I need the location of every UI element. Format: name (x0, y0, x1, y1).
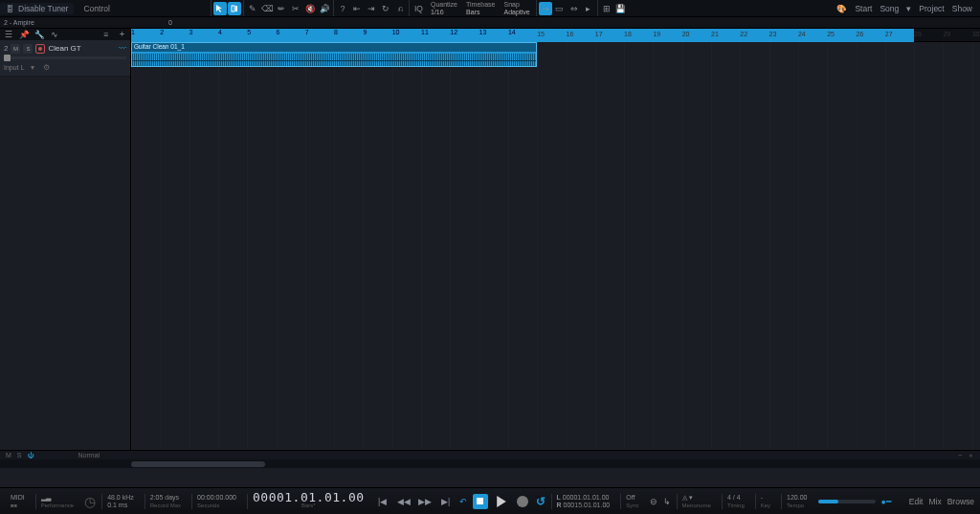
nav-project[interactable]: Project (919, 4, 944, 13)
gear-icon[interactable]: ⚙ (43, 63, 50, 72)
preroll-icon[interactable]: ↶ (459, 497, 467, 506)
precount-icon[interactable]: ⊖ (650, 497, 657, 506)
metronome-icon[interactable]: ◬ ▾ (682, 494, 711, 502)
track-header[interactable]: 2 M S Clean GT 〰 Input L ▾ ⚙ (0, 40, 130, 77)
arrange-grid (131, 42, 980, 450)
eraser-tool[interactable]: ⌫ (260, 2, 274, 15)
time-signature[interactable]: 4 / 4 (727, 494, 745, 502)
snap-dropdown[interactable]: Snap Adaptive (501, 1, 534, 16)
record-arm-button[interactable] (35, 44, 45, 54)
tool-group-layout: ⊞ 💾 (597, 0, 630, 16)
range-tool[interactable] (228, 2, 241, 15)
automation-icon[interactable]: ∿ (50, 30, 59, 39)
power-icon[interactable]: ⏻ (28, 452, 34, 458)
forward-end-button[interactable]: ▶| (438, 494, 454, 509)
arrange-view[interactable]: 1234567891011121314151617181920212223242… (131, 29, 980, 450)
horizontal-scrollbar[interactable] (0, 459, 980, 468)
layout-icon[interactable]: ⊞ (600, 2, 613, 15)
dim-toggle[interactable]: ●━ (881, 497, 891, 506)
iq-label[interactable]: IQ (412, 4, 426, 13)
chevron-down-icon[interactable]: ▾ (906, 4, 911, 13)
solo-button[interactable]: S (23, 44, 33, 54)
timeline-ruler[interactable]: 1234567891011121314151617181920212223242… (131, 29, 980, 42)
scrollbar-thumb[interactable] (131, 461, 265, 467)
midi-label[interactable]: MIDI (11, 494, 25, 502)
rewind-start-button[interactable]: |◀ (375, 494, 390, 509)
record-button[interactable] (515, 494, 530, 509)
volume-slider[interactable] (4, 56, 126, 59)
perf-meter[interactable]: ▂▃ (41, 494, 74, 502)
arrow-tool[interactable] (213, 2, 227, 15)
master-solo[interactable]: S (17, 452, 22, 458)
zoom-out-icon[interactable]: − (958, 452, 962, 458)
timebase-dropdown[interactable]: Timebase Bars (462, 1, 499, 16)
svg-rect-1 (235, 6, 237, 11)
master-mute[interactable]: M (6, 452, 11, 458)
tempo-value[interactable]: 120.00 (787, 494, 807, 502)
key-value[interactable]: - (761, 494, 770, 502)
ripple2-icon[interactable]: ⇔ (568, 2, 581, 15)
info-tool[interactable]: ? (336, 2, 349, 15)
clip-name: Guitar Clean 01_1 (132, 43, 536, 52)
loop-left[interactable]: 00001.01.01.00 (563, 494, 610, 501)
save-icon[interactable]: 💾 (614, 2, 628, 15)
zoom-in-icon[interactable]: ＋ (968, 451, 974, 460)
ruler-tick: 19 (653, 31, 660, 37)
track-input[interactable]: Input L (4, 64, 24, 71)
collapse-icon[interactable]: ≡ (101, 30, 111, 39)
draw-tool[interactable]: ✎ (246, 2, 259, 15)
loop-nav-icon[interactable]: ↻ (379, 2, 392, 15)
ruler-tick: 28 (914, 31, 922, 37)
action-name[interactable]: 🎛 Disable Tuner (0, 3, 74, 14)
pin-icon[interactable]: 📌 (19, 30, 29, 39)
skip-back-icon[interactable]: ⇤ (350, 2, 364, 15)
ruler-tick: 18 (624, 31, 632, 37)
ripple-icon[interactable]: ▭ (553, 2, 567, 15)
sync-value[interactable]: Off (626, 494, 638, 502)
marker-icon[interactable]: ▸ (582, 2, 595, 15)
control-label[interactable]: Control (76, 4, 117, 13)
play-button[interactable] (494, 494, 509, 509)
paint-tool[interactable]: ✏ (275, 2, 288, 15)
nav-start[interactable]: Start (855, 4, 872, 13)
seconds-counter[interactable]: 00:00:00.000 (197, 494, 236, 502)
quantize-dropdown[interactable]: Quantize 1/16 (427, 1, 461, 16)
stop-button[interactable] (473, 494, 488, 509)
device-subrow: 2 - Ampire 0 (0, 17, 980, 29)
ruler-tick: 29 (943, 31, 950, 37)
view-browse[interactable]: Browse (947, 497, 974, 506)
view-mix[interactable]: Mix (928, 497, 941, 506)
loop-right[interactable]: 00015.01.01.00 (564, 502, 611, 508)
automation-mode[interactable]: Normal (78, 452, 100, 458)
device-value[interactable]: 0 (168, 19, 172, 26)
preroll2-icon[interactable]: ↳ (663, 497, 671, 506)
loop-button[interactable]: ↺ (536, 495, 546, 508)
nav-show[interactable]: Show (952, 4, 972, 13)
audio-clip[interactable]: Guitar Clean 01_1 (131, 42, 537, 67)
rewind-button[interactable]: ◀◀ (396, 494, 412, 509)
ruler-tick: 15 (537, 31, 545, 37)
nav-song[interactable]: Song (880, 4, 899, 13)
expand-icon[interactable]: ▾ (31, 63, 34, 72)
skip-fwd-icon[interactable]: ⇥ (365, 2, 378, 15)
waveform-icon: 〰 (119, 44, 126, 53)
ruler-tick: 22 (740, 31, 747, 37)
add-track-icon[interactable]: ＋ (117, 30, 126, 39)
view-edit[interactable]: Edit (909, 497, 924, 506)
undo-icon[interactable]: ⎌ (393, 2, 407, 15)
forward-button[interactable]: ▶▶ (417, 494, 433, 509)
autoscroll-icon[interactable]: ⇢ (539, 2, 552, 15)
sample-rate[interactable]: 48.0 kHz (107, 494, 134, 502)
mute-button[interactable]: M (11, 44, 20, 54)
device-name[interactable]: 2 - Ampire (4, 19, 34, 26)
track-name[interactable]: Clean GT (48, 44, 116, 53)
listen-tool[interactable]: 🔊 (318, 2, 331, 15)
clock-icon[interactable]: ◷ (84, 494, 96, 509)
main-counter[interactable]: 00001.01.01.00 (253, 494, 365, 502)
mute-tool[interactable]: 🔇 (303, 2, 317, 15)
master-meter[interactable] (818, 500, 876, 503)
color-icon[interactable]: 🎨 (836, 4, 847, 13)
wrench-icon[interactable]: 🔧 (34, 30, 44, 39)
list-icon[interactable]: ☰ (4, 30, 13, 39)
split-tool[interactable]: ✂ (289, 2, 302, 15)
